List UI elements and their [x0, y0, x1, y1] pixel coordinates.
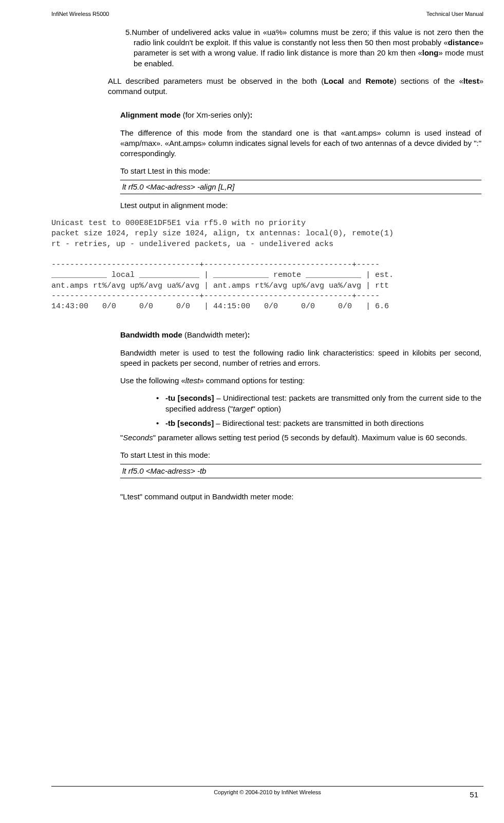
bullet-tu: • -tu [seconds] – Unidirectional test: p…: [120, 393, 481, 414]
start-ltest-label: To start Ltest in this mode:: [120, 450, 481, 460]
bandwidth-desc-1: Bandwidth meter is used to test the foll…: [120, 348, 481, 369]
alignment-output-label: Ltest output in alignment mode:: [120, 200, 481, 211]
page-number: 51: [470, 790, 478, 800]
header-right: Technical User Manual: [426, 10, 483, 18]
bullet-dot: •: [156, 393, 165, 414]
paragraph-all-described: ALL described parameters must be observe…: [108, 76, 483, 97]
alignment-desc-1: The difference of this mode from the sta…: [120, 128, 481, 159]
ltest-output-label: "Ltest" command output in Bandwidth mete…: [120, 492, 481, 502]
seconds-param: "Seconds" parameter allows setting test …: [120, 433, 481, 443]
main-content: 5.Number of undelivered acks value in «u…: [118, 27, 483, 502]
bandwidth-desc-2: Use the following «ltest» command option…: [120, 376, 481, 386]
command-tb: lt rf5.0 <Mac-adress> -tb: [120, 464, 481, 478]
alignment-mode-heading: Alignment mode (for Xm-series only):: [120, 110, 481, 120]
terminal-output: Unicast test to 000E8E1DF5E1 via rf5.0 w…: [51, 218, 483, 312]
bullet-tb: • -tb [seconds] – Bidirectional test: pa…: [120, 418, 481, 428]
header-left: InfiNet Wireless R5000: [51, 10, 109, 18]
page-footer: Copyright © 2004-2010 by InfiNet Wireles…: [51, 786, 483, 796]
bandwidth-mode-heading: Bandwidth mode (Bandwidth meter):: [120, 330, 481, 340]
paragraph-numbered-5: 5.Number of undelivered acks value in «u…: [118, 27, 483, 69]
page-header: InfiNet Wireless R5000 Technical User Ma…: [51, 10, 483, 18]
command-align: lt rf5.0 <Mac-adress> -align [L,R]: [120, 180, 481, 194]
copyright-text: Copyright © 2004-2010 by InfiNet Wireles…: [214, 789, 321, 796]
bullet-dot: •: [156, 418, 165, 428]
alignment-desc-2: To start Ltest in this mode:: [120, 166, 481, 176]
